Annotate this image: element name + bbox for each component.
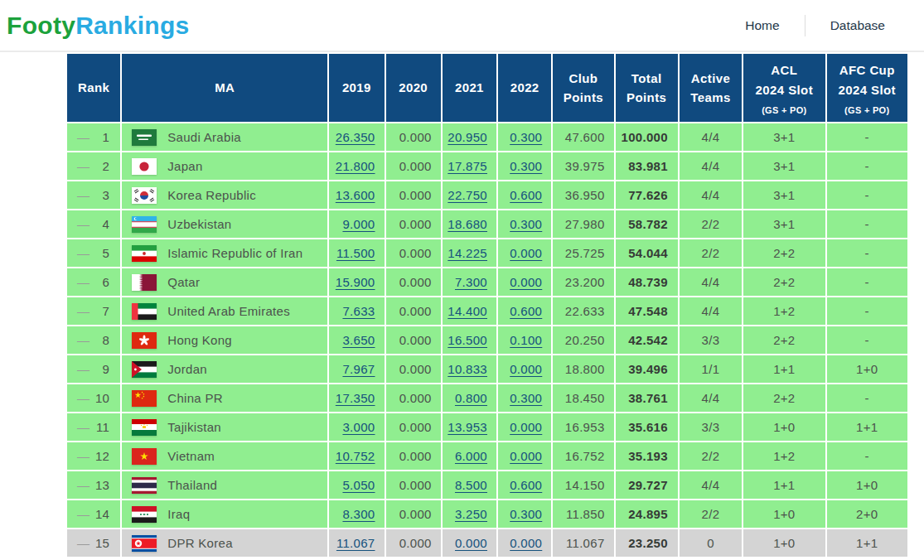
points-2022-link[interactable]: 0.600: [510, 188, 542, 202]
afc-cup-slot-cell: 1+1: [827, 413, 907, 441]
points-2021-link[interactable]: 14.400: [447, 304, 487, 318]
points-2019-link[interactable]: 9.000: [342, 217, 375, 231]
club-points-cell: 18.450: [553, 384, 613, 412]
points-2019-link[interactable]: 5.050: [342, 478, 375, 492]
rank-change-indicator: —: [77, 362, 89, 376]
points-2021-link[interactable]: 17.875: [447, 159, 487, 173]
active-teams-cell: 2/2: [680, 210, 742, 238]
column-label: AFC Cup 2024 Slot: [829, 60, 906, 99]
rank-change-indicator: —: [77, 507, 89, 521]
points-2019-link[interactable]: 13.600: [336, 188, 375, 202]
y2021-cell: 18.680: [443, 210, 496, 238]
points-2019-link[interactable]: 15.900: [336, 275, 375, 289]
y2019-cell: 7.967: [329, 355, 384, 383]
points-2021-link[interactable]: 18.680: [447, 217, 487, 231]
rank-cell: —13: [67, 471, 120, 499]
y2019-cell: 17.350: [329, 384, 384, 412]
points-2022-link[interactable]: 0.000: [510, 275, 542, 289]
column-label: 2022: [500, 78, 549, 97]
points-2022-link[interactable]: 0.000: [510, 536, 542, 550]
points-2021-link[interactable]: 10.833: [447, 362, 487, 376]
nav-home[interactable]: Home: [720, 18, 804, 33]
points-2021-link[interactable]: 20.950: [447, 130, 487, 144]
y2022-cell: 0.600: [498, 297, 551, 325]
total-points-cell: 47.548: [616, 297, 678, 325]
points-2019-link[interactable]: 11.067: [336, 536, 375, 550]
club-points-cell: 14.150: [553, 471, 613, 499]
country-name: Tajikistan: [167, 420, 221, 434]
club-points-cell: 11.850: [553, 500, 613, 528]
y2022-cell: 0.300: [498, 384, 551, 412]
points-2021-link[interactable]: 22.750: [447, 188, 487, 202]
total-points-cell: 77.626: [616, 181, 678, 209]
points-2022-link[interactable]: 0.300: [510, 130, 542, 144]
active-teams-cell: 2/2: [680, 442, 742, 470]
y2019-cell: 10.752: [329, 442, 384, 470]
y2022-cell: 0.000: [498, 413, 551, 441]
points-2022-link[interactable]: 0.600: [510, 478, 542, 492]
column-label: 2019: [331, 78, 382, 97]
points-2022-link[interactable]: 0.100: [510, 333, 542, 347]
points-2021-link[interactable]: 0.000: [455, 536, 487, 550]
acl-slot-cell: 1+2: [743, 297, 825, 325]
y2021-cell: 14.400: [443, 297, 496, 325]
points-2019-link[interactable]: 11.500: [336, 246, 375, 260]
points-2022-link[interactable]: 0.000: [510, 246, 542, 260]
main-nav: Home Database: [720, 15, 910, 36]
site-logo[interactable]: FootyRankings: [7, 13, 190, 38]
ma-cell: DPR Korea: [122, 529, 327, 557]
points-2022-link[interactable]: 0.300: [510, 159, 542, 173]
active-teams-cell: 0: [680, 529, 742, 557]
country-name: Islamic Republic of Iran: [167, 246, 302, 260]
points-2022-link[interactable]: 0.000: [510, 420, 542, 434]
club-points-cell: 16.752: [553, 442, 613, 470]
rank-change-indicator: —: [77, 304, 89, 318]
y2021-cell: 14.225: [443, 239, 496, 267]
y2020-cell: 0.000: [386, 123, 441, 151]
points-2021-link[interactable]: 3.250: [455, 507, 487, 521]
column-header-total_points: Total Points: [616, 54, 678, 122]
total-points-cell: 39.496: [616, 355, 678, 383]
points-2019-link[interactable]: 17.350: [336, 391, 375, 405]
total-points-cell: 83.981: [616, 152, 678, 180]
column-label: Active Teams: [681, 69, 740, 108]
points-2021-link[interactable]: 13.953: [447, 420, 487, 434]
points-2019-link[interactable]: 8.300: [342, 507, 375, 521]
y2022-cell: 0.000: [498, 529, 551, 557]
y2022-cell: 0.300: [498, 210, 551, 238]
points-2022-link[interactable]: 0.000: [510, 362, 542, 376]
active-teams-cell: 4/4: [680, 181, 742, 209]
column-header-club_points: Club Points: [553, 54, 613, 122]
points-2022-link[interactable]: 0.000: [510, 449, 542, 463]
points-2019-link[interactable]: 21.800: [336, 159, 375, 173]
points-2021-link[interactable]: 16.500: [447, 333, 487, 347]
points-2021-link[interactable]: 7.300: [455, 275, 487, 289]
column-header-country: MA: [122, 54, 327, 122]
points-2022-link[interactable]: 0.600: [510, 304, 542, 318]
rank-cell: —15: [67, 529, 120, 557]
points-2019-link[interactable]: 26.350: [336, 130, 375, 144]
total-points-cell: 54.044: [616, 239, 678, 267]
afc-cup-slot-cell: -: [827, 384, 907, 412]
flag-thailand: [132, 477, 157, 494]
points-2019-link[interactable]: 3.650: [342, 333, 375, 347]
points-2022-link[interactable]: 0.300: [510, 217, 542, 231]
points-2021-link[interactable]: 8.500: [455, 478, 487, 492]
y2022-cell: 0.600: [498, 471, 551, 499]
afc-cup-slot-cell: 1+0: [827, 471, 907, 499]
points-2022-link[interactable]: 0.300: [510, 507, 542, 521]
rank-change-indicator: —: [77, 217, 89, 231]
points-2019-link[interactable]: 7.967: [342, 362, 375, 376]
points-2021-link[interactable]: 6.000: [455, 449, 487, 463]
points-2021-link[interactable]: 0.800: [455, 391, 487, 405]
points-2022-link[interactable]: 0.300: [510, 391, 542, 405]
points-2021-link[interactable]: 14.225: [447, 246, 487, 260]
club-points-cell: 36.950: [553, 181, 613, 209]
country-name: Qatar: [167, 275, 200, 289]
points-2019-link[interactable]: 3.000: [342, 420, 375, 434]
acl-slot-cell: 2+2: [743, 326, 825, 354]
points-2019-link[interactable]: 7.633: [342, 304, 375, 318]
points-2019-link[interactable]: 10.752: [336, 449, 375, 463]
total-points-cell: 29.727: [616, 471, 678, 499]
nav-database[interactable]: Database: [805, 18, 910, 33]
